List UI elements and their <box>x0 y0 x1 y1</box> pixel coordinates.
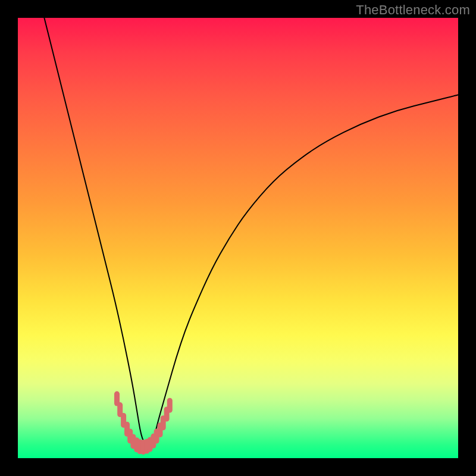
threshold-marker-group <box>117 394 170 452</box>
curve-layer <box>18 18 458 458</box>
chart-frame: TheBottleneck.com <box>0 0 476 476</box>
bottleneck-curve <box>44 18 458 445</box>
plot-area <box>18 18 458 458</box>
watermark-text: TheBottleneck.com <box>356 2 470 18</box>
